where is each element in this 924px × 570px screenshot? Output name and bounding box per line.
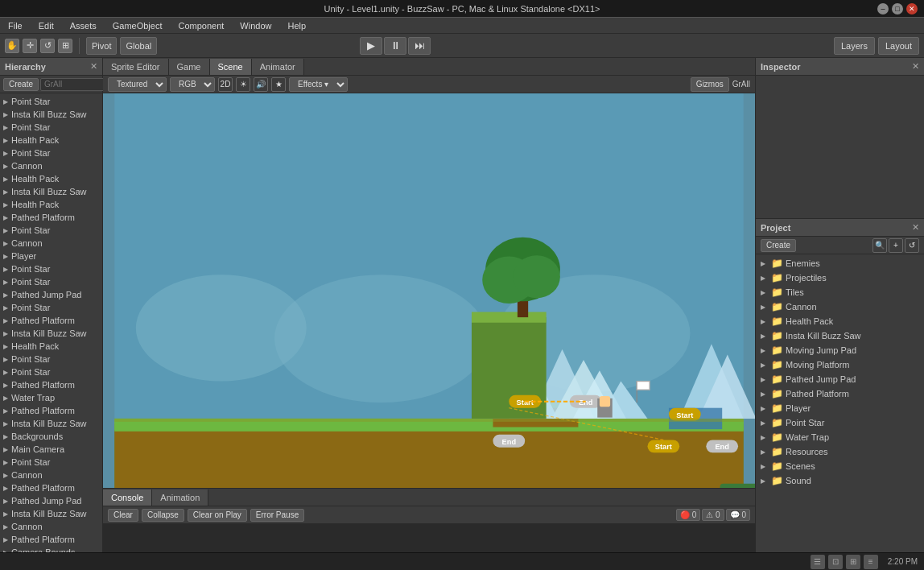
project-folder-enemies[interactable]: ▶ 📁 Enemies [756,256,924,271]
project-folder-health-pack[interactable]: ▶ 📁 Health Pack [756,314,924,328]
error-pause-button[interactable]: Error Pause [250,509,304,522]
hierarchy-close[interactable]: ✕ [90,61,97,72]
hierarchy-item-insta-kill-2[interactable]: ▶Insta Kill Buzz Saw [0,185,102,198]
menu-help[interactable]: Help [283,19,311,32]
collapse-button[interactable]: Collapse [142,509,184,522]
pivot-button[interactable]: Pivot [86,37,117,55]
hierarchy-item-water-trap[interactable]: ▶Water Trap [0,391,102,404]
project-create[interactable]: Create [761,239,796,252]
project-folder-moving-platform[interactable]: ▶ 📁 Moving Platform [756,357,924,372]
hierarchy-item-point-star-7[interactable]: ▶Point Star [0,301,102,314]
hierarchy-item-main-camera[interactable]: ▶Main Camera [0,443,102,456]
hierarchy-item-pathed-platform-6[interactable]: ▶Pathed Platform [0,533,102,546]
status-icon-2[interactable]: ⊡ [828,555,843,569]
move-tool[interactable]: ✛ [23,39,37,53]
tab-console[interactable]: Console [103,489,152,506]
hierarchy-item-point-star-6[interactable]: ▶Point Star [0,275,102,288]
project-add-btn[interactable]: + [889,238,903,253]
clear-button[interactable]: Clear [108,509,138,522]
project-folder-projectiles[interactable]: ▶ 📁 Projectiles [756,271,924,285]
hierarchy-item-insta-kill-buzz-saw-1[interactable]: ▶Insta Kill Buzz Saw [0,108,102,121]
gizmos-button[interactable]: Gizmos [691,77,729,92]
project-search-btn[interactable]: 🔍 [872,238,887,253]
hierarchy-item-backgrounds[interactable]: ▶Backgrounds [0,430,102,443]
hierarchy-item-pathed-jump-pad-2[interactable]: ▶Pathed Jump Pad [0,494,102,507]
layers-dropdown[interactable]: Layers [834,37,875,55]
hierarchy-item-pathed-platform-4[interactable]: ▶Pathed Platform [0,404,102,417]
tab-animation[interactable]: Animation [152,489,208,506]
project-folder-moving-jump-pad[interactable]: ▶ 📁 Moving Jump Pad [756,343,924,357]
minimize-button[interactable]: – [877,3,889,14]
hierarchy-item-point-star-8[interactable]: ▶Point Star [0,353,102,366]
textured-dropdown[interactable]: Textured [108,77,167,92]
project-folder-water-trap[interactable]: ▶ 📁 Water Trap [756,430,924,444]
project-folder-pathed-jump-pad[interactable]: ▶ 📁 Pathed Jump Pad [756,372,924,386]
play-button[interactable]: ▶ [360,37,382,55]
tab-scene[interactable]: Scene [210,59,252,75]
audio-toggle[interactable]: 🔊 [254,77,268,92]
project-close[interactable]: ✕ [912,222,919,233]
tab-animator[interactable]: Animator [252,59,304,75]
hierarchy-item-point-star-1[interactable]: ▶Point Star [0,95,102,108]
close-button[interactable]: ✕ [906,3,918,14]
project-folder-tiles[interactable]: ▶ 📁 Tiles [756,285,924,299]
menu-window[interactable]: Window [235,19,276,32]
hierarchy-item-insta-kill-4[interactable]: ▶Insta Kill Buzz Saw [0,417,102,430]
2d-toggle[interactable]: 2D [218,77,233,92]
menu-assets[interactable]: Assets [65,19,101,32]
pause-button[interactable]: ⏸ [384,37,406,55]
project-folder-sound[interactable]: ▶ 📁 Sound [756,473,924,488]
hierarchy-item-health-pack-4[interactable]: ▶Health Pack [0,340,102,353]
console-content[interactable] [103,524,755,552]
rgb-dropdown[interactable]: RGB [170,77,215,92]
hierarchy-item-point-star-4[interactable]: ▶Point Star [0,224,102,237]
hand-tool[interactable]: ✋ [5,39,19,53]
project-folder-point-star[interactable]: ▶ 📁 Point Star [756,415,924,430]
status-icon-3[interactable]: ⊞ [846,555,860,569]
menu-edit[interactable]: Edit [34,19,59,32]
project-folder-insta-kill[interactable]: ▶ 📁 Insta Kill Buzz Saw [756,328,924,343]
project-folder-scenes[interactable]: ▶ 📁 Scenes [756,459,924,473]
step-button[interactable]: ⏭ [408,37,431,55]
menu-component[interactable]: Component [173,19,229,32]
inspector-close[interactable]: ✕ [912,61,919,72]
clear-on-play-button[interactable]: Clear on Play [188,509,247,522]
scene-viewport[interactable]: Start End End Start Start End [103,93,755,488]
project-refresh-btn[interactable]: ↺ [905,238,919,253]
lighting-toggle[interactable]: ☀ [236,77,250,92]
scale-tool[interactable]: ⊞ [58,39,72,53]
hierarchy-item-cannon-1[interactable]: ▶Cannon [0,159,102,172]
menu-gameobject[interactable]: GameObject [108,19,167,32]
hierarchy-item-player[interactable]: ▶Player [0,250,102,262]
hierarchy-item-insta-kill-3[interactable]: ▶Insta Kill Buzz Saw [0,327,102,340]
hierarchy-item-pathed-jump-pad-1[interactable]: ▶Pathed Jump Pad [0,288,102,301]
tab-sprite-editor[interactable]: Sprite Editor [103,59,169,75]
hierarchy-item-cannon-4[interactable]: ▶Cannon [0,520,102,533]
project-folder-player[interactable]: ▶ 📁 Player [756,401,924,415]
maximize-button[interactable]: □ [892,3,903,14]
hierarchy-item-health-pack-3[interactable]: ▶Health Pack [0,198,102,211]
project-folder-pathed-platform[interactable]: ▶ 📁 Pathed Platform [756,386,924,401]
hierarchy-item-point-star-9[interactable]: ▶Point Star [0,366,102,378]
hierarchy-item-point-star-2[interactable]: ▶Point Star [0,121,102,134]
hierarchy-item-health-pack-2[interactable]: ▶Health Pack [0,172,102,185]
tab-game[interactable]: Game [169,59,210,75]
hierarchy-item-point-star-10[interactable]: ▶Point Star [0,456,102,469]
hierarchy-create[interactable]: Create [3,78,39,91]
status-icon-4[interactable]: ≡ [864,555,878,569]
hierarchy-item-pathed-platform-3[interactable]: ▶Pathed Platform [0,378,102,391]
menu-file[interactable]: File [3,19,27,32]
hierarchy-item-point-star-3[interactable]: ▶Point Star [0,147,102,159]
layout-dropdown[interactable]: Layout [878,37,919,55]
hierarchy-item-cannon-3[interactable]: ▶Cannon [0,469,102,481]
hierarchy-item-insta-kill-5[interactable]: ▶Insta Kill Buzz Saw [0,507,102,520]
rotate-tool[interactable]: ↺ [40,39,55,53]
hierarchy-item-health-pack-1[interactable]: ▶Health Pack [0,134,102,147]
hierarchy-item-camera-bounds[interactable]: ▶Camera Bounds [0,546,102,552]
hierarchy-item-pathed-platform-5[interactable]: ▶Pathed Platform [0,481,102,494]
hierarchy-item-point-star-5[interactable]: ▶Point Star [0,262,102,275]
hierarchy-item-cannon-2[interactable]: ▶Cannon [0,237,102,250]
fx-toggle[interactable]: ★ [271,77,286,92]
hierarchy-item-pathed-platform-2[interactable]: ▶Pathed Platform [0,314,102,327]
project-folder-resources[interactable]: ▶ 📁 Resources [756,444,924,459]
